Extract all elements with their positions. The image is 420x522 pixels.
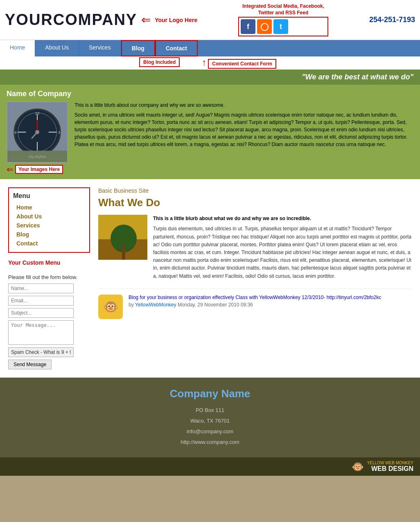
footer-website: http://www.company.com <box>10 437 410 448</box>
page-footer: Company Name PO Box 111 Waco, TX 76701 i… <box>0 378 420 457</box>
menu-box: Menu Home About Us Services Blog Contact <box>8 187 90 253</box>
footer-address: PO Box 111 Waco, TX 76701 info@company.c… <box>10 405 410 448</box>
content-body: This is a little blurb about what we do … <box>98 215 412 280</box>
menu-title: Menu <box>13 192 85 200</box>
sidebar: Menu Home About Us Services Blog Contact… <box>8 187 98 369</box>
site-type: Basic Business Site <box>98 187 412 194</box>
social-label: Integrated Social Media, Facebook, Twitt… <box>238 3 328 36</box>
blog-post: 🐵 Blog for your business or organization… <box>98 288 412 319</box>
twitter-icon[interactable]: t <box>273 19 288 34</box>
footer-address-line2: Waco, TX 76701 <box>10 416 410 426</box>
content-blurb: This is a little blurb about what we do … <box>153 215 412 223</box>
content-image <box>98 215 147 260</box>
contact-arrow-icon: ↑ <box>202 57 206 68</box>
sidebar-item-about[interactable]: About Us <box>13 212 85 221</box>
svg-text:9: 9 <box>14 130 17 135</box>
blog-content: Blog for your business or organization e… <box>129 295 381 319</box>
svg-text:city skyline: city skyline <box>29 155 46 159</box>
footer-bottom: 🐵 YELLOW WEB MONKEY WEB DESIGN <box>0 457 420 476</box>
monkey-icon: 🐵 <box>98 295 123 319</box>
blog-annotation: Blog Included <box>139 57 180 69</box>
svg-text:3: 3 <box>58 130 61 135</box>
blog-link-text: Blog for your business or organization e… <box>129 295 381 300</box>
main-nav: Home About Us Services Blog Contact <box>0 40 420 56</box>
intro-body: Sociis amet, in urna ultrices velit maur… <box>75 111 413 148</box>
contact-annotation: ↑ Convenient Contact Form <box>202 57 276 69</box>
blog-note: Blog Included <box>139 57 180 67</box>
footer-company-name: Company Name <box>10 387 410 400</box>
blog-date: Monday, 29 November 2010 09:36 <box>178 302 253 308</box>
blog-author: by YellowWebMonkey Monday, 29 November 2… <box>129 302 381 308</box>
logo-label: Your Logo Here <box>155 17 197 23</box>
nav-contact[interactable]: Contact <box>155 40 198 56</box>
footer-address-line1: PO Box 111 <box>10 405 410 416</box>
custom-menu-label: Your Custom Menu <box>8 259 90 266</box>
footer-email: info@company.com <box>10 426 410 437</box>
intro-content: 12 6 9 3 city skyline ⇐ Your Imag <box>7 101 413 174</box>
content-text: This is a little blurb about what we do … <box>153 215 412 280</box>
section-title: What We Do <box>98 196 412 209</box>
blog-author-link[interactable]: YellowWebMonkey <box>135 302 176 308</box>
content-body-text: Turpis duis elementum, sed ultricies in … <box>153 225 412 280</box>
company-intro-section: Name of Company 12 6 9 3 <box>0 85 420 179</box>
header-right: 254-251-7193 <box>369 16 415 24</box>
ywm-design: WEB DESIGN <box>367 465 413 473</box>
name-input[interactable] <box>8 284 74 293</box>
company-image: 12 6 9 3 city skyline <box>7 101 68 163</box>
image-annotation: ⇐ Your Images Here <box>7 164 68 174</box>
logo-text: YOURCOMPANY <box>5 11 137 29</box>
main-content: Menu Home About Us Services Blog Contact… <box>0 179 420 378</box>
contact-form: Please fill out the form below. Send Mes… <box>8 274 90 369</box>
phone-number: 254-251-7193 <box>369 16 415 24</box>
form-label: Please fill out the form below. <box>8 274 90 280</box>
blog-link[interactable]: Blog for your business or organization e… <box>129 295 381 300</box>
logo-arrow-icon: ⇐ <box>141 13 151 27</box>
ywm-brand: 🐵 YELLOW WEB MONKEY WEB DESIGN <box>7 461 413 473</box>
page-header: YOURCOMPANY ⇐ Your Logo Here Integrated … <box>0 0 420 40</box>
intro-text: This is a little blurb about our company… <box>75 101 413 174</box>
company-name-header: Name of Company <box>7 90 413 98</box>
nav-blog[interactable]: Blog <box>121 40 155 56</box>
blog-image: 🐵 <box>98 295 123 319</box>
message-input[interactable] <box>8 320 74 345</box>
subject-input[interactable] <box>8 308 74 318</box>
rss-icon[interactable]: ◯ <box>257 19 272 34</box>
ywm-text: YELLOW WEB MONKEY WEB DESIGN <box>367 461 413 473</box>
nav-home[interactable]: Home <box>0 40 35 56</box>
quote-banner: "We are the best at what we do" <box>0 70 420 85</box>
intro-blurb: This is a little blurb about our company… <box>75 101 413 109</box>
spam-check-input[interactable] <box>8 347 74 357</box>
email-input[interactable] <box>8 296 74 306</box>
blog-author-prefix: by <box>129 302 134 308</box>
svg-point-14 <box>35 130 39 134</box>
ywm-label: YELLOW WEB MONKEY <box>367 461 413 465</box>
logo-area: YOURCOMPANY ⇐ Your Logo Here <box>5 11 197 29</box>
send-message-button[interactable]: Send Message <box>8 360 52 369</box>
sidebar-item-contact[interactable]: Contact <box>13 239 85 248</box>
main-content-area: Basic Business Site What We Do This is a… <box>98 187 412 369</box>
ywm-monkey-icon: 🐵 <box>352 461 364 473</box>
image-arrow-icon: ⇐ <box>7 164 14 174</box>
nav-services[interactable]: Services <box>79 40 121 56</box>
sidebar-item-blog[interactable]: Blog <box>13 230 85 239</box>
intro-image-area: 12 6 9 3 city skyline ⇐ Your Imag <box>7 101 68 174</box>
contact-note: Convenient Contact Form <box>208 59 276 69</box>
nav-annotations: Blog Included ↑ Convenient Contact Form <box>0 56 420 70</box>
nav-about[interactable]: About Us <box>35 40 79 56</box>
quote-text: "We are the best at what we do" <box>302 73 413 81</box>
social-icons: f ◯ t <box>238 17 328 36</box>
facebook-icon[interactable]: f <box>241 19 255 34</box>
sidebar-item-services[interactable]: Services <box>13 221 85 230</box>
sidebar-item-home[interactable]: Home <box>13 203 85 212</box>
image-label: Your Images Here <box>15 165 63 174</box>
svg-rect-20 <box>122 245 125 260</box>
